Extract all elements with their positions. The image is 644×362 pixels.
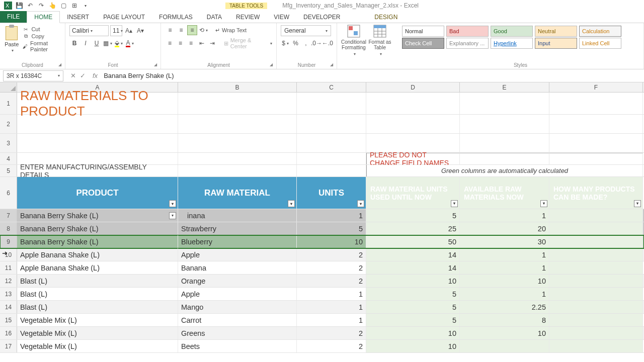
cell-available[interactable]: 10 [460, 275, 549, 287]
col-header-F[interactable]: F [549, 82, 643, 92]
tab-developer[interactable]: DEVELOPER [296, 12, 347, 23]
cell-raw-material[interactable]: Beets [178, 340, 297, 352]
filter-icon[interactable]: ▾ [540, 200, 547, 207]
undo-icon[interactable]: ↶ [26, 2, 34, 10]
save-icon[interactable]: 💾 [15, 2, 23, 10]
cut-button[interactable]: ✂Cut [22, 26, 61, 32]
select-all-button[interactable] [0, 82, 17, 92]
paste-button[interactable]: Paste ▾ [4, 25, 19, 53]
name-box[interactable]: 3R x 16384C▾ [3, 70, 63, 81]
table-row[interactable]: 9Banana Berry Shake (L)Blueberry105030 [0, 235, 644, 248]
dialog-launcher-icon[interactable]: ◢ [270, 62, 275, 67]
align-left-icon[interactable]: ≡ [165, 38, 175, 48]
cell-can-make[interactable] [549, 222, 643, 235]
row-header[interactable]: 12 [0, 275, 17, 287]
italic-button[interactable]: I [80, 38, 91, 48]
tab-data[interactable]: DATA [200, 12, 229, 23]
cell-style-calculation[interactable]: Calculation [579, 26, 621, 37]
wrap-text-button[interactable]: ↵Wrap Text [215, 27, 247, 34]
tab-file[interactable]: FILE [0, 11, 27, 23]
cell-used[interactable]: 5 [366, 301, 460, 313]
comma-format-icon[interactable]: , [301, 38, 310, 48]
row-header[interactable]: 9 [0, 235, 17, 248]
cell-can-make[interactable] [549, 248, 643, 261]
cell-units[interactable]: 1 [297, 209, 366, 222]
fx-icon[interactable]: fx [90, 72, 101, 79]
tab-home[interactable]: HOME [27, 11, 60, 23]
row-header[interactable]: 15 [0, 314, 17, 326]
decrease-decimal-icon[interactable]: ←.0 [323, 38, 333, 48]
cell-available[interactable]: 1 [460, 209, 549, 222]
cell-available[interactable]: 2.25 [460, 301, 549, 313]
conditional-formatting-button[interactable]: Conditional Formatting▾ [341, 25, 366, 55]
cell-used[interactable]: 5 [366, 209, 460, 222]
qat-customize-icon[interactable]: ▾ [82, 2, 90, 10]
cell-product[interactable]: Vegetable Mix (L) [17, 327, 178, 339]
cell-can-make[interactable] [549, 261, 643, 274]
font-size-select[interactable]: 11▾ [110, 25, 122, 36]
row-6-headers[interactable]: 6 PRODUCT▾ RAW MATERIAL▾ UNITS▾ RAW MATE… [0, 177, 644, 209]
cell-raw-material[interactable]: Apple [178, 248, 297, 261]
table-row[interactable]: 13Blast (L)Apple151 [0, 288, 644, 301]
tab-insert[interactable]: INSERT [60, 12, 96, 23]
cell-available[interactable]: 30 [460, 235, 549, 248]
table-row[interactable]: 8Banana Berry Shake (L)Strawberry52520 [0, 222, 644, 235]
fill-color-button[interactable]: ⬙▾ [114, 38, 124, 48]
tab-view[interactable]: VIEW [267, 12, 296, 23]
filter-icon[interactable]: ▾ [357, 200, 364, 207]
align-center-icon[interactable]: ≡ [176, 38, 185, 48]
merge-center-button[interactable]: ⊞Merge & Center▾ [224, 37, 272, 49]
dialog-launcher-icon[interactable]: ◢ [154, 62, 159, 67]
table-row[interactable]: 7Banana Berry Shake (L)▾ inana151 [0, 209, 644, 222]
cell-available[interactable]: 10 [460, 327, 549, 339]
cell-used[interactable]: 10 [366, 327, 460, 339]
cell-style-input[interactable]: Input [535, 38, 577, 49]
cell-units[interactable]: 2 [297, 340, 366, 352]
cell-units[interactable]: 2 [297, 327, 366, 339]
table-row[interactable]: 15Vegetable Mix (L)Carrot158 [0, 314, 644, 327]
cell-used[interactable]: 25 [366, 222, 460, 235]
col-header-E[interactable]: E [460, 82, 549, 92]
decrease-indent-icon[interactable]: ⇤ [197, 38, 206, 48]
increase-font-icon[interactable]: A▴ [124, 26, 134, 36]
table-row[interactable]: 12Blast (L)Orange21010 [0, 275, 644, 288]
cell-style-bad[interactable]: Bad [446, 26, 489, 37]
cell-raw-material[interactable]: Banana [178, 261, 297, 274]
table-row[interactable]: 17Vegetable Mix (L)Beets210 [0, 340, 644, 353]
filter-icon[interactable]: ▾ [451, 200, 458, 207]
cell-raw-material[interactable]: Greens [178, 327, 297, 339]
underline-button[interactable]: U [92, 38, 102, 48]
cell-raw-material[interactable]: Blueberry [178, 235, 297, 248]
col-header-D[interactable]: D [366, 82, 460, 92]
dialog-launcher-icon[interactable]: ◢ [58, 62, 63, 67]
cell-product[interactable]: Apple Banana Shake (L) [17, 261, 178, 274]
percent-format-icon[interactable]: % [291, 38, 300, 48]
cell-used[interactable]: 10 [366, 275, 460, 287]
worksheet[interactable]: A B C D E F 1 RAW MATERIALS TO PRODUCT 2… [0, 82, 644, 353]
copy-button[interactable]: ⧉Copy [22, 33, 61, 39]
cell-used[interactable]: 14 [366, 261, 460, 274]
cancel-formula-icon[interactable]: ✕ [70, 72, 76, 79]
format-as-table-button[interactable]: Format as Table▾ [367, 25, 392, 55]
accounting-format-icon[interactable]: $▾ [281, 38, 290, 48]
cell-style-normal[interactable]: Normal [402, 26, 444, 37]
cell-available[interactable] [460, 340, 549, 352]
row-header[interactable]: 11 [0, 261, 17, 274]
align-top-icon[interactable]: ≡ [165, 25, 175, 35]
touch-mode-icon[interactable]: 👆 [48, 2, 56, 10]
borders-button[interactable]: ▦▾ [103, 38, 113, 48]
cell-style-linked-cell[interactable]: Linked Cell [579, 38, 621, 49]
cell-raw-material[interactable]: Orange [178, 275, 297, 287]
row-3[interactable]: 3 [0, 134, 644, 153]
table-row[interactable]: 10Apple Banana Shake (L)Apple2141 [0, 248, 644, 261]
table-row[interactable]: 11Apple Banana Shake (L)Banana2141 [0, 261, 644, 275]
col-header-C[interactable]: C [297, 82, 366, 92]
cell-product[interactable]: Vegetable Mix (L) [17, 314, 178, 326]
quick-print-icon[interactable]: ⊞ [70, 2, 78, 10]
font-name-select[interactable]: Calibri▾ [69, 25, 109, 36]
cell-used[interactable]: 50 [366, 235, 460, 248]
cell-raw-material[interactable]: Mango [178, 301, 297, 313]
align-right-icon[interactable]: ≡ [186, 38, 196, 48]
new-file-icon[interactable]: ▢ [59, 2, 67, 10]
row-5[interactable]: 5 ENTER MANUFACTURING/ASSEMBLY DETAILS G… [0, 165, 644, 177]
